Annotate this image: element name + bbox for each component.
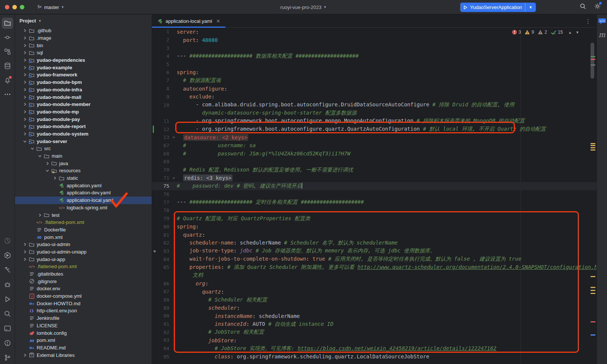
chevron-right-icon[interactable]	[52, 176, 58, 180]
code-line-2[interactable]: 2 port: 48080	[152, 36, 597, 44]
chevron-right-icon[interactable]	[22, 88, 28, 91]
code-line-6[interactable]: 6spring:	[152, 68, 597, 76]
tree-item-java[interactable]: java	[15, 160, 152, 167]
code-line-77[interactable]: 77--- #################### 定时任务相关配置 ####…	[152, 198, 597, 206]
search-everywhere-icon[interactable]	[580, 3, 586, 10]
tree-item-yudao-example[interactable]: yudao-example	[15, 64, 152, 71]
tree-item-bin[interactable]: bin	[15, 42, 152, 49]
build-icon[interactable]	[2, 264, 13, 276]
chevron-right-icon[interactable]	[22, 354, 28, 357]
code-line-9[interactable]: 9 exclude:	[152, 93, 597, 101]
tree-item-yudao-module-report[interactable]: yudao-module-report	[15, 123, 152, 130]
tree-item-static[interactable]: static	[15, 175, 152, 182]
tree-item-application-local.yaml[interactable]: application-local.yaml	[15, 197, 152, 204]
tree-item-http-client.env.json[interactable]: {}http-client.env.json	[15, 307, 152, 315]
tab-options-icon[interactable]: ⋮	[583, 17, 594, 25]
tree-item-.github[interactable]: .github	[15, 27, 152, 34]
code-line-76[interactable]: 76	[152, 190, 597, 198]
chevron-right-icon[interactable]	[22, 66, 28, 69]
tree-item-resources[interactable]: resources	[15, 167, 152, 175]
tree-item-main[interactable]: main	[15, 152, 152, 160]
code-line-80[interactable]: 80spring:	[152, 223, 597, 231]
chevron-right-icon[interactable]	[22, 250, 28, 254]
services-icon[interactable]	[2, 250, 13, 261]
tab-application-local-yaml[interactable]: application-local.yaml ✕	[152, 15, 225, 27]
tree-item-.flattened-pom.xml[interactable]: </>.flattened-pom.xml	[15, 263, 152, 270]
stripe-mark[interactable]	[591, 59, 595, 60]
stripe-mark[interactable]	[591, 287, 595, 288]
tree-item-yudao-ui-app[interactable]: yudao-ui-app	[15, 255, 152, 263]
debug-icon[interactable]	[2, 279, 13, 290]
code-line-12[interactable]: 12 - org.springframework.boot.autoconfig…	[152, 125, 597, 133]
chevron-right-icon[interactable]	[22, 44, 28, 47]
tree-item-jenkinsfile[interactable]: Jenkinsfile	[15, 315, 152, 322]
project-icon[interactable]	[2, 18, 13, 29]
more-tools-icon[interactable]	[2, 89, 13, 100]
chevron-right-icon[interactable]	[22, 132, 28, 136]
tree-item-test[interactable]: test	[15, 211, 152, 219]
tree-item-.gitignore[interactable]: .gitignore	[15, 277, 152, 285]
tree-item-.gitattributes[interactable]: .gitattributes	[15, 270, 152, 278]
commit-icon[interactable]	[2, 32, 13, 43]
tree-item-pom.xml[interactable]: mpom.xml	[15, 337, 152, 344]
code-line-79[interactable]: 79# Quartz 配置项, 对应 QuartzProperties 配置类	[152, 215, 597, 223]
code-line-70[interactable]: 70 # Redis 配置。Redisson 默认的配置足够使用, 一般不需要进…	[152, 166, 597, 174]
code-line-wrap[interactable]: dynamic-datasource-spring-boot-starter 配…	[152, 109, 597, 117]
stripe-mark[interactable]	[591, 290, 595, 291]
stripe-mark[interactable]	[591, 143, 595, 144]
run-config-chevron-icon[interactable]: ▼	[526, 5, 535, 9]
tree-item-external-libraries[interactable]: External Libraries	[15, 351, 152, 359]
tree-item-yudao-module-mall[interactable]: yudao-module-mall	[15, 93, 152, 101]
chevron-right-icon[interactable]	[22, 81, 28, 84]
tree-item-docker-compose.yml[interactable]: Ydocker-compose.yml	[15, 292, 152, 300]
stripe-mark[interactable]	[591, 147, 595, 148]
code-line-89[interactable]: 89 scheduler:	[152, 304, 597, 312]
code-line-92[interactable]: 92 # JobStore 相关配置	[152, 328, 597, 336]
maven-tool-window-icon[interactable]: m	[598, 30, 605, 39]
code-line-4[interactable]: 4--- #################### 数据库相关配置 ######…	[152, 52, 597, 60]
close-tab-icon[interactable]: ✕	[215, 18, 222, 25]
chevron-right-icon[interactable]	[22, 258, 28, 261]
tree-item-application-dev.yaml[interactable]: application-dev.yaml	[15, 189, 152, 197]
tree-item-yudao-module-system[interactable]: yudao-module-system	[15, 130, 152, 138]
chevron-right-icon[interactable]	[22, 110, 28, 113]
code-line-wrap[interactable]: 文档	[152, 272, 597, 280]
chevron-right-icon[interactable]	[22, 58, 28, 62]
project-panel-header[interactable]: Project ▼	[15, 15, 152, 27]
stripe-mark[interactable]	[591, 149, 595, 151]
tree-item-yudao-module-pay[interactable]: yudao-module-pay	[15, 115, 152, 123]
code-line-88[interactable]: 88 # Scheduler 相关配置	[152, 296, 597, 304]
problems-icon[interactable]	[2, 337, 13, 349]
code-line-10[interactable]: 10 - com.alibaba.druid.spring.boot.autoc…	[152, 101, 597, 109]
code-line-7[interactable]: 7 # 数据源配置项	[152, 76, 597, 85]
tree-item-license[interactable]: LICENSE	[15, 322, 152, 330]
fold-arrow-icon[interactable]: >	[171, 135, 177, 140]
code-line-83[interactable]: 83 job-store-type: jdbc # Job 存储器类型。默认为 …	[152, 247, 597, 255]
code-line-82[interactable]: 82 scheduler-name: schedulerName # Sched…	[152, 239, 597, 247]
tree-item-yudao-module-bpm[interactable]: yudao-module-bpm	[15, 79, 152, 86]
tree-item-logback-spring.xml[interactable]: </>logback-spring.xml	[15, 204, 152, 212]
code-line-13[interactable]: 13> datasource: <2 keys>	[152, 133, 597, 142]
code-line-86[interactable]: 86 org:	[152, 279, 597, 288]
stripe-mark[interactable]	[591, 293, 595, 294]
tree-item-readme.md[interactable]: MREADME.md	[15, 344, 152, 352]
chevron-right-icon[interactable]	[22, 73, 28, 76]
database-icon[interactable]	[2, 60, 13, 72]
code-line-91[interactable]: 91 instanceId: AUTO # 自动生成 instance ID	[152, 320, 597, 328]
vcs-icon[interactable]	[2, 352, 13, 363]
code-line-67[interactable]: 67 # username: sa	[152, 142, 597, 150]
tree-item-dockerfile[interactable]: Dockerfile	[15, 226, 152, 234]
code-line-87[interactable]: 87 quartz:	[152, 288, 597, 296]
code-line-95[interactable]: 95 class: org.springframework.scheduling…	[152, 353, 597, 361]
code-line-11[interactable]: 11 - org.springframework.boot.autoconfig…	[152, 117, 597, 125]
chevron-down-icon[interactable]	[22, 140, 28, 143]
tree-item-.flattened-pom.xml[interactable]: </>.flattened-pom.xml	[15, 219, 152, 226]
chevron-right-icon[interactable]	[22, 125, 28, 128]
tree-item-yudao-module-member[interactable]: yudao-module-member	[15, 101, 152, 108]
code-line-78[interactable]: 78	[152, 206, 597, 215]
code-line-75[interactable]: 75# password: dev # 密码, 建议生产环境开启	[152, 182, 597, 190]
stripe-mark[interactable]	[591, 334, 595, 336]
tree-item-pom.xml[interactable]: mpom.xml	[15, 233, 152, 241]
code-line-81[interactable]: 81 quartz:	[152, 231, 597, 239]
tree-item-docker-howto.md[interactable]: MDocker-HOWTO.md	[15, 300, 152, 307]
